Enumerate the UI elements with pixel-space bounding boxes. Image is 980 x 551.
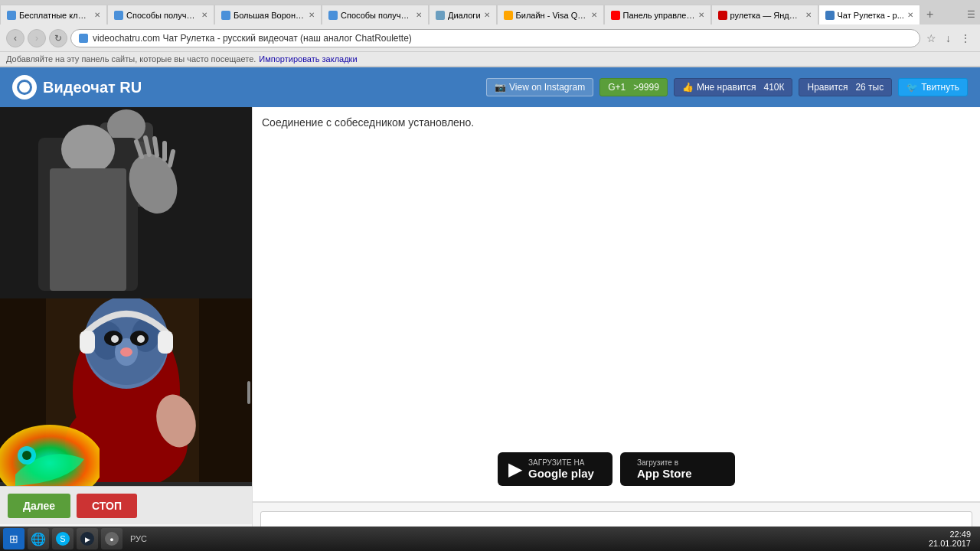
self-video [0, 298, 252, 486]
partner-video-feed [0, 107, 252, 298]
gplus-label: G+1 >9999 [608, 82, 659, 93]
svg-text:S: S [60, 534, 65, 543]
google-play-text: ЗАГРУЗИТЕ НА Google play [528, 458, 594, 480]
taskbar-time-display: 22:49 [929, 530, 971, 539]
taskbar-clock: 22:49 21.01.2017 [929, 530, 977, 548]
tweet-label: Твитнуть [921, 82, 959, 93]
address-bar[interactable]: videochatru.com Чат Рулетка - русский ви… [70, 29, 920, 47]
left-panel: Далее СТОП Сообщить о нарушении [0, 107, 253, 547]
import-bookmarks-link[interactable]: Импортировать закладки [259, 54, 357, 64]
svg-point-26 [120, 347, 132, 357]
taskbar-lang: РУС [130, 534, 147, 543]
app-store-text: Загрузите в App Store [637, 458, 692, 480]
tab-8[interactable]: рулетка — Яндек... ✕ [711, 5, 818, 24]
taskbar-start[interactable]: ⊞ [3, 528, 24, 549]
twitter-icon: 🐦 [906, 82, 918, 93]
chat-area: Соединение с собеседником установлено. ▶… [253, 107, 980, 501]
taskbar-extra[interactable]: ● [101, 528, 122, 549]
tab-menu-button[interactable]: ☰ [962, 5, 980, 24]
connection-message: Соединение с собеседником установлено. [262, 116, 971, 129]
bookmarks-bar: Добавляйте на эту панель сайты, которые … [0, 52, 980, 67]
site-logo: Видеочат RU [12, 75, 142, 99]
svg-rect-27 [80, 331, 95, 354]
download-icon[interactable]: ↓ [942, 31, 954, 46]
forward-button[interactable]: › [28, 29, 46, 47]
main-content: Далее СТОП Сообщить о нарушении Соединен… [0, 107, 980, 547]
instagram-icon: 📷 [495, 82, 506, 93]
taskbar-skype[interactable]: S [52, 528, 74, 549]
taskbar: ⊞ 🌐 S ▶ ● РУС 22:49 21.01.2017 [0, 527, 980, 551]
tab-7[interactable]: Панель управлен... ✕ [604, 5, 711, 24]
svg-rect-6 [50, 168, 126, 291]
settings-icon[interactable]: ⋮ [957, 31, 974, 46]
back-button[interactable]: ‹ [6, 29, 24, 47]
logo-icon-inner [17, 80, 32, 95]
site-header: Видеочат RU 📷 View on Instagram G+1 >999… [0, 67, 980, 107]
page-content: Видеочат RU 📷 View on Instagram G+1 >999… [0, 67, 980, 547]
bookmarks-text: Добавляйте на эту панель сайты, которые … [6, 54, 256, 64]
svg-text:▶: ▶ [85, 536, 90, 543]
logo-icon [12, 75, 37, 99]
site-logo-text: Видеочат RU [43, 79, 142, 96]
tab-3[interactable]: Большая Вороне... ✕ [214, 5, 322, 24]
browser-tabs: Бесплатные клю... ✕ Способы получен... ✕… [0, 0, 980, 24]
site-favicon [79, 34, 88, 43]
partner-video [0, 107, 252, 298]
header-actions: 📷 View on Instagram G+1 >9999 👍 Мне нрав… [486, 78, 968, 96]
instagram-label: View on Instagram [509, 82, 585, 93]
stop-button[interactable]: СТОП [77, 494, 137, 518]
tab-5[interactable]: Диалоги ✕ [429, 5, 497, 24]
taskbar-date-display: 21.01.2017 [929, 539, 971, 548]
taskbar-browser[interactable]: 🌐 [28, 528, 49, 549]
svg-rect-15 [199, 298, 252, 482]
navigation-bar: ‹ › ↻ videochatru.com Чат Рулетка - русс… [0, 24, 980, 52]
bookmark-icon[interactable]: ☆ [923, 31, 939, 46]
vk-like-label: Нравится 26 тыс [807, 82, 884, 93]
controls-bar: Далее СТОП [0, 486, 252, 524]
svg-text:●: ● [109, 536, 113, 543]
chameleon-overlay [0, 421, 100, 486]
app-badges: ▶ ЗАГРУЗИТЕ НА Google play Загрузите в A… [498, 452, 735, 486]
new-tab-button[interactable]: + [920, 5, 939, 24]
tab-1[interactable]: Бесплатные клю... ✕ [0, 5, 107, 24]
scrollbar-thumb[interactable] [247, 381, 250, 404]
svg-line-12 [170, 152, 173, 165]
address-text: videochatru.com Чат Рулетка - русский ви… [93, 33, 412, 44]
nav-icons: ☆ ↓ ⋮ [923, 31, 974, 46]
like-icon: 👍 [682, 82, 694, 93]
vk-like-button[interactable]: Нравится 26 тыс [799, 78, 892, 96]
svg-line-10 [155, 139, 157, 155]
google-play-badge[interactable]: ▶ ЗАГРУЗИТЕ НА Google play [498, 452, 612, 486]
svg-point-24 [111, 335, 119, 343]
like-button[interactable]: 👍 Мне нравится 410К [674, 78, 793, 96]
tweet-button[interactable]: 🐦 Твитнуть [898, 78, 968, 96]
tab-2[interactable]: Способы получен... ✕ [107, 5, 214, 24]
app-store-badge[interactable]: Загрузите в App Store [620, 452, 735, 486]
right-panel: Соединение с собеседником установлено. ▶… [253, 107, 980, 547]
next-button[interactable]: Далее [8, 494, 70, 518]
like-label: Мне нравится 410К [697, 82, 785, 93]
svg-point-5 [61, 125, 115, 174]
taskbar-steam[interactable]: ▶ [77, 528, 98, 549]
svg-point-25 [137, 335, 145, 343]
svg-point-33 [22, 451, 31, 460]
google-play-icon: ▶ [508, 458, 522, 480]
svg-rect-28 [158, 331, 173, 354]
tab-4[interactable]: Способы получен... ✕ [322, 5, 429, 24]
tab-6[interactable]: Билайн - Visa QIW... ✕ [497, 5, 604, 24]
gplus-button[interactable]: G+1 >9999 [599, 78, 668, 96]
instagram-button[interactable]: 📷 View on Instagram [486, 78, 593, 96]
tab-9-active[interactable]: Чат Рулетка - р... ✕ [818, 5, 920, 24]
refresh-button[interactable]: ↻ [49, 29, 67, 47]
taskbar-systray: РУС [126, 534, 152, 543]
